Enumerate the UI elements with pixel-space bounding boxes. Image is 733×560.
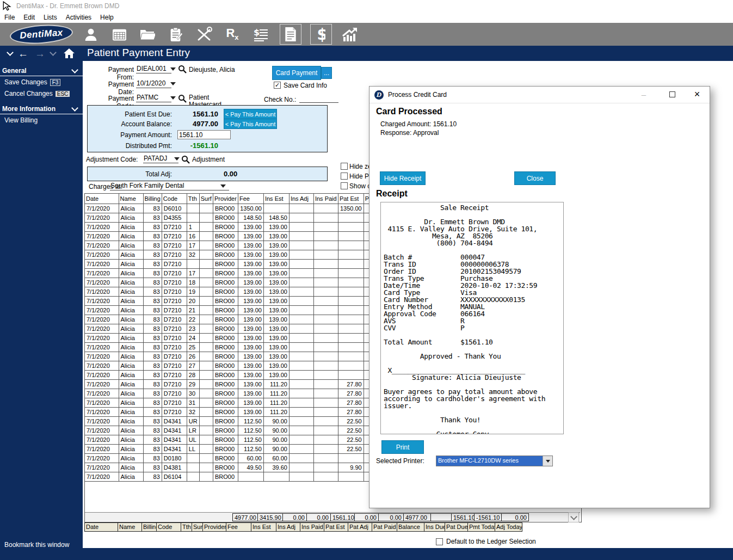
table-row[interactable]: 7/1/2020 Alicia 83 D7210 23 BRO00 139.00… bbox=[85, 324, 388, 334]
patient-icon[interactable] bbox=[81, 24, 101, 44]
table-row[interactable]: 7/1/2020 Alicia 83 D7210 29 BRO00 139.00… bbox=[85, 380, 388, 389]
sidebar-item-cancel-changes[interactable]: Cancel ChangesESC bbox=[0, 88, 83, 99]
column-header[interactable]: Fee bbox=[238, 194, 263, 204]
table-row[interactable]: 7/1/2020 Alicia 83 D7210 19 BRO00 139.00… bbox=[85, 287, 388, 297]
adjustment-code-combobox[interactable]: PATADJ bbox=[143, 155, 178, 163]
check-no-input[interactable] bbox=[299, 95, 338, 103]
bottom-column-header[interactable]: Code bbox=[156, 522, 181, 532]
maximize-button[interactable] bbox=[663, 87, 681, 102]
print-button[interactable]: Print bbox=[381, 440, 424, 454]
save-card-info-checkbox[interactable]: ✓ bbox=[274, 82, 281, 89]
sidebar-item-save-changes[interactable]: Save ChangesF3 bbox=[0, 76, 83, 88]
table-row[interactable]: 7/1/2020 Alicia 83 D7210 22 BRO00 139.00… bbox=[85, 315, 388, 324]
search-icon[interactable] bbox=[181, 155, 190, 164]
printer-combobox[interactable]: Brother MFC-L2710DW series bbox=[436, 456, 553, 466]
bottom-column-header[interactable]: Ins Paid bbox=[300, 522, 324, 532]
table-row[interactable]: 7/1/2020 Alicia 83 D4355 BRO00 148.50 14… bbox=[85, 213, 388, 223]
sidebar-section-general[interactable]: General bbox=[0, 65, 83, 76]
table-row[interactable]: 7/1/2020 Alicia 83 D7210 24 BRO00 139.00… bbox=[85, 334, 388, 343]
table-row[interactable]: 7/1/2020 Alicia 83 D7210 32 BRO00 139.00… bbox=[85, 408, 388, 417]
column-header[interactable]: Billing bbox=[143, 194, 162, 204]
table-row[interactable]: 7/1/2020 Alicia 83 D4381 BRO00 49.50 39.… bbox=[85, 463, 388, 472]
hide-pe-checkbox[interactable] bbox=[341, 173, 348, 180]
bottom-column-header[interactable]: Ins Adj bbox=[276, 522, 300, 532]
close-icon[interactable]: × bbox=[688, 87, 706, 102]
menu-item[interactable]: Activities bbox=[61, 13, 96, 22]
table-row[interactable]: 7/1/2020 Alicia 83 D7210 1 BRO00 139.00 … bbox=[85, 223, 388, 232]
column-header[interactable]: Ins Paid bbox=[313, 194, 338, 204]
bottom-column-header[interactable]: Pat Due bbox=[445, 522, 468, 532]
table-row[interactable]: 7/1/2020 Alicia 83 D7210 17 BRO00 139.00… bbox=[85, 241, 388, 250]
table-row[interactable]: 7/1/2020 Alicia 83 D7210 18 BRO00 139.00… bbox=[85, 278, 388, 287]
dialog-titlebar[interactable]: D Process Credit Card – × bbox=[369, 87, 710, 103]
bottom-column-header[interactable]: Tth bbox=[181, 522, 192, 532]
bottom-column-header[interactable]: Name bbox=[118, 522, 142, 532]
dropdown-arrow-icon[interactable] bbox=[170, 96, 176, 100]
menu-item[interactable]: Edit bbox=[19, 13, 39, 22]
column-header[interactable]: Provider bbox=[213, 194, 238, 204]
payment-date-combobox[interactable]: 10/1/2020 bbox=[136, 79, 171, 88]
bottom-column-header[interactable]: Ins Est bbox=[251, 522, 276, 532]
card-payment-more-button[interactable]: ... bbox=[321, 67, 332, 79]
table-row[interactable]: 7/1/2020 Alicia 83 D4341 UL BRO00 112.50… bbox=[85, 435, 388, 445]
table-row[interactable]: 7/1/2020 Alicia 83 D4341 UR BRO00 112.50… bbox=[85, 417, 388, 426]
search-icon[interactable] bbox=[178, 94, 187, 103]
bottom-column-header[interactable]: Billing bbox=[141, 522, 157, 532]
payment-icon[interactable]: $ bbox=[310, 24, 332, 45]
grid-scroll-down-button[interactable] bbox=[568, 512, 579, 522]
explorer-tools-icon[interactable] bbox=[194, 24, 214, 44]
dropdown-arrow-icon[interactable] bbox=[174, 157, 180, 161]
document-icon[interactable] bbox=[280, 24, 301, 45]
menu-item[interactable]: File bbox=[0, 13, 19, 22]
column-header[interactable]: Ins Adj bbox=[289, 194, 313, 204]
ledger-icon[interactable]: $ bbox=[250, 24, 271, 44]
home-icon[interactable] bbox=[63, 48, 75, 59]
payment-from-combobox[interactable]: DIEAL001 bbox=[136, 65, 171, 73]
column-header[interactable]: Surf bbox=[199, 194, 213, 204]
printer-dropdown-button[interactable] bbox=[543, 456, 552, 466]
bookmark-this-window[interactable]: Bookmark this window bbox=[4, 541, 69, 549]
bottom-column-header[interactable]: Date bbox=[84, 522, 118, 532]
bottom-column-header[interactable]: Balance bbox=[397, 522, 424, 532]
bottom-column-header[interactable]: Pat Paid bbox=[372, 522, 397, 532]
table-row[interactable]: 7/1/2020 Alicia 83 D7210 31 BRO00 139.00… bbox=[85, 398, 388, 408]
pay-this-amount-button[interactable]: < Pay This Amount bbox=[224, 109, 277, 119]
table-row[interactable]: 7/1/2020 Alicia 83 D7210 26 BRO00 139.00… bbox=[85, 352, 388, 361]
payment-amount-input[interactable] bbox=[177, 130, 231, 139]
default-ledger-checkbox[interactable] bbox=[436, 538, 443, 545]
bottom-column-header[interactable]: Surf bbox=[192, 522, 203, 532]
back-arrow-icon[interactable]: ← bbox=[18, 48, 28, 59]
column-header[interactable]: Code bbox=[162, 194, 187, 204]
chevron-down-icon[interactable] bbox=[7, 49, 14, 56]
reports-icon[interactable] bbox=[340, 24, 360, 44]
sidebar-section-more-information[interactable]: More Information bbox=[0, 103, 83, 114]
dropdown-arrow-icon[interactable] bbox=[170, 82, 176, 85]
table-row[interactable]: 7/1/2020 Alicia 83 D7210 32 BRO00 139.00… bbox=[85, 250, 388, 260]
show-o-checkbox[interactable] bbox=[341, 182, 348, 189]
bottom-column-header[interactable]: Pat Est bbox=[324, 522, 348, 532]
table-row[interactable]: 7/1/2020 Alicia 83 D0180 BRO00 60.00 60.… bbox=[85, 454, 388, 463]
hide-zero-checkbox[interactable] bbox=[341, 163, 348, 170]
charting-icon[interactable] bbox=[165, 24, 186, 44]
hide-receipt-button[interactable]: Hide Receipt bbox=[380, 171, 426, 185]
column-header[interactable]: Date bbox=[85, 194, 119, 204]
table-row[interactable]: 7/1/2020 Alicia 83 D4341 LL BRO00 112.50… bbox=[85, 445, 388, 454]
dropdown-arrow-icon[interactable] bbox=[220, 184, 226, 188]
rx-icon[interactable]: Rx bbox=[222, 24, 243, 44]
chevron-down-icon[interactable] bbox=[50, 49, 57, 56]
table-row[interactable]: 7/1/2020 Alicia 83 D6104 BRO00 bbox=[85, 472, 388, 482]
sidebar-item-view-billing[interactable]: View Billing bbox=[0, 114, 83, 126]
table-row[interactable]: 7/1/2020 Alicia 83 D4341 LR BRO00 112.50… bbox=[85, 426, 388, 435]
table-row[interactable]: 7/1/2020 Alicia 83 D7210 21 BRO00 139.00… bbox=[85, 306, 388, 315]
payment-code-combobox[interactable]: PATMC bbox=[136, 94, 171, 102]
column-header[interactable]: Tth bbox=[187, 194, 199, 204]
bottom-column-header[interactable]: Pmt Today bbox=[467, 522, 495, 532]
charges-at-combobox[interactable]: South Fork Family Dental bbox=[110, 182, 229, 190]
minimize-button[interactable]: – bbox=[635, 87, 653, 102]
bottom-column-header[interactable]: Adj Today bbox=[495, 522, 522, 532]
table-row[interactable]: 7/1/2020 Alicia 83 D7210 BRO00 139.00 13… bbox=[85, 260, 388, 269]
close-button[interactable]: Close bbox=[514, 171, 556, 185]
table-row[interactable]: 7/1/2020 Alicia 83 D7210 20 BRO00 139.00… bbox=[85, 297, 388, 306]
table-row[interactable]: 7/1/2020 Alicia 83 D6010 BRO00 1350.00 1… bbox=[85, 204, 388, 213]
folder-icon[interactable] bbox=[137, 24, 158, 44]
